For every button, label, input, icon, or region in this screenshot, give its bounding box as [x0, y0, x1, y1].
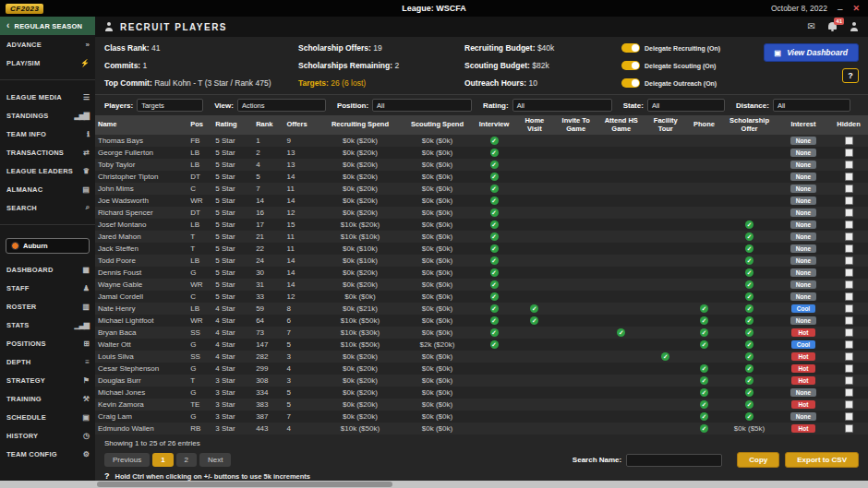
hidden-checkbox[interactable] [845, 208, 853, 217]
attend-hs-game-cell[interactable] [598, 291, 645, 303]
interview-cell[interactable]: ✓ [473, 183, 515, 195]
attend-hs-game-cell[interactable] [598, 183, 645, 195]
invite-to-game-cell[interactable] [554, 351, 598, 363]
home-visit-cell[interactable] [515, 351, 554, 363]
table-row[interactable]: Todd PooreLB5 Star2414$0k ($10k)$0k ($0k… [95, 255, 868, 267]
hidden-checkbox[interactable] [845, 256, 853, 265]
interview-cell[interactable]: ✓ [473, 231, 515, 243]
home-visit-cell[interactable] [515, 219, 554, 231]
home-visit-cell[interactable] [515, 399, 554, 411]
sidebar-item[interactable]: ROSTER ▥ [0, 297, 95, 315]
home-visit-cell[interactable] [515, 423, 554, 434]
column-header[interactable]: Scholarship Offer [721, 115, 778, 135]
facility-tour-cell[interactable] [645, 219, 687, 231]
sidebar-item[interactable]: TEAM CONFIG ⚙ [0, 445, 95, 463]
hidden-checkbox[interactable] [845, 280, 853, 289]
table-row[interactable]: Louis SilvaSS4 Star2823$0k ($20k)$0k ($0… [95, 351, 868, 363]
attend-hs-game-cell[interactable] [598, 351, 645, 363]
facility-tour-cell[interactable] [645, 363, 687, 375]
hidden-checkbox[interactable] [845, 292, 853, 301]
table-row[interactable]: Michael JonesG3 Star3345$0k ($20k)$0k ($… [95, 387, 868, 399]
interview-cell[interactable] [473, 363, 515, 375]
sidebar-item[interactable]: STAFF ♟ [0, 279, 95, 297]
phone-cell[interactable]: ✓ [687, 387, 722, 399]
invite-to-game-cell[interactable] [554, 399, 598, 411]
phone-cell[interactable] [687, 267, 722, 279]
column-header[interactable]: Rating [212, 115, 253, 135]
facility-tour-cell[interactable] [645, 243, 687, 255]
toggle-switch[interactable] [621, 78, 640, 88]
column-header[interactable]: Recruiting Spend [319, 115, 402, 135]
facility-tour-cell[interactable] [645, 387, 687, 399]
recruiting-spend-cell[interactable]: $0k ($20k) [319, 411, 402, 423]
attend-hs-game-cell[interactable] [598, 315, 645, 327]
table-row[interactable]: John MimsC5 Star711$0k ($20k)$0k ($0k)✓N… [95, 183, 868, 195]
invite-to-game-cell[interactable] [554, 387, 598, 399]
scholarship-offer-cell[interactable]: ✓ [721, 339, 778, 351]
hidden-checkbox[interactable] [845, 196, 853, 205]
facility-tour-cell[interactable] [645, 267, 687, 279]
interview-cell[interactable]: ✓ [473, 159, 515, 171]
scholarship-offer-cell[interactable]: ✓ [721, 219, 778, 231]
invite-to-game-cell[interactable] [554, 171, 598, 183]
table-row[interactable]: Craig LamG3 Star3877$0k ($20k)$0k ($0k)✓… [95, 411, 868, 423]
hidden-checkbox[interactable] [845, 161, 853, 169]
invite-to-game-cell[interactable] [554, 231, 598, 243]
scouting-spend-cell[interactable]: $0k ($0k) [402, 327, 473, 339]
table-row[interactable]: Josef MontanoLB5 Star1715$10k ($20k)$0k … [95, 219, 868, 231]
hidden-checkbox[interactable] [845, 268, 853, 277]
facility-tour-cell[interactable] [645, 423, 687, 434]
interview-cell[interactable]: ✓ [473, 135, 515, 147]
hidden-cell[interactable] [829, 231, 868, 243]
recruiting-spend-cell[interactable]: $10k ($50k) [319, 423, 402, 434]
table-row[interactable]: Walter OttG4 Star1475$10k ($50k)$2k ($20… [95, 339, 868, 351]
table-row[interactable]: Toby TaylorLB5 Star413$0k ($20k)$0k ($0k… [95, 159, 868, 171]
scouting-spend-cell[interactable]: $0k ($0k) [402, 135, 473, 147]
hidden-checkbox[interactable] [845, 376, 853, 385]
filter-select[interactable]: Actions [237, 99, 326, 112]
interview-cell[interactable]: ✓ [473, 339, 515, 351]
sidebar-item[interactable]: LEAGUE LEADERS ♛ [0, 161, 95, 180]
scouting-spend-cell[interactable]: $0k ($0k) [402, 243, 473, 255]
pagination-button[interactable]: 1 [152, 453, 173, 467]
phone-cell[interactable] [687, 171, 722, 183]
scouting-spend-cell[interactable]: $0k ($0k) [402, 303, 473, 315]
facility-tour-cell[interactable] [645, 339, 687, 351]
facility-tour-cell[interactable] [645, 375, 687, 387]
phone-cell[interactable]: ✓ [687, 411, 722, 423]
mail-icon[interactable]: ✉ [808, 22, 815, 31]
recruiting-spend-cell[interactable]: $0k ($10k) [319, 255, 402, 267]
hidden-checkbox[interactable] [845, 149, 853, 157]
attend-hs-game-cell[interactable] [598, 171, 645, 183]
phone-cell[interactable]: ✓ [687, 399, 722, 411]
table-row[interactable]: Douglas BurrT3 Star3083$0k ($20k)$0k ($0… [95, 375, 868, 387]
hidden-cell[interactable] [829, 207, 868, 219]
recruiting-spend-cell[interactable]: $10k ($30k) [319, 327, 402, 339]
invite-to-game-cell[interactable] [554, 207, 598, 219]
facility-tour-cell[interactable] [645, 183, 687, 195]
attend-hs-game-cell[interactable] [598, 195, 645, 207]
phone-cell[interactable] [687, 207, 722, 219]
pagination-button[interactable]: Next [199, 453, 231, 467]
recruiting-spend-cell[interactable]: $0k ($20k) [319, 159, 402, 171]
table-row[interactable]: Jack SteffenT5 Star2211$0k ($10k)$0k ($0… [95, 243, 868, 255]
invite-to-game-cell[interactable] [554, 411, 598, 423]
recruiting-spend-cell[interactable]: $10k ($50k) [319, 315, 402, 327]
recruiting-spend-cell[interactable]: $0k ($20k) [319, 147, 402, 159]
phone-cell[interactable]: ✓ [687, 315, 722, 327]
attend-hs-game-cell[interactable] [598, 399, 645, 411]
hidden-checkbox[interactable] [845, 340, 853, 349]
attend-hs-game-cell[interactable] [598, 219, 645, 231]
interview-cell[interactable] [473, 399, 515, 411]
attend-hs-game-cell[interactable] [598, 147, 645, 159]
table-row[interactable]: Jared MahonT5 Star2111$10k ($10k)$0k ($0… [95, 231, 868, 243]
scouting-spend-cell[interactable]: $0k ($0k) [402, 183, 473, 195]
invite-to-game-cell[interactable] [554, 279, 598, 291]
minimize-button[interactable]: – [838, 4, 843, 14]
home-visit-cell[interactable] [515, 159, 554, 171]
hidden-cell[interactable] [829, 255, 868, 267]
interview-cell[interactable]: ✓ [473, 147, 515, 159]
invite-to-game-cell[interactable] [554, 243, 598, 255]
recruiting-spend-cell[interactable]: $0k ($20k) [319, 363, 402, 375]
hidden-cell[interactable] [829, 387, 868, 399]
